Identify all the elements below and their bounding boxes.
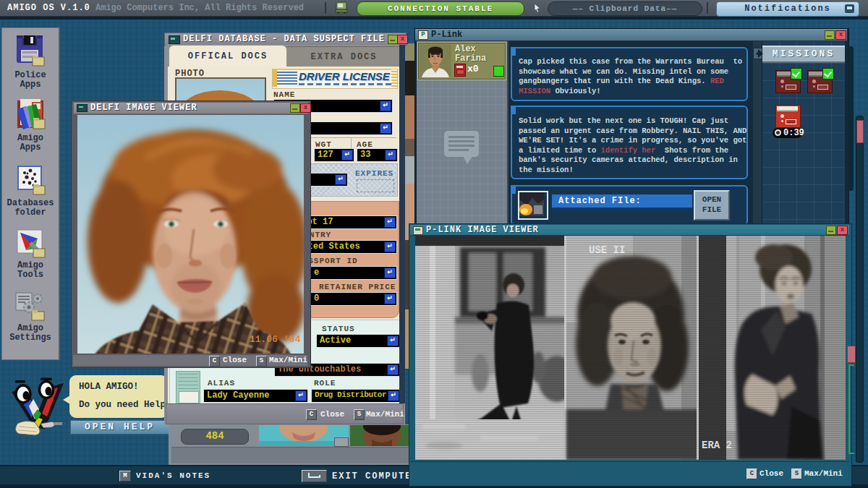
svg-text:11.06 ′84: 11.06 ′84 bbox=[250, 334, 300, 345]
